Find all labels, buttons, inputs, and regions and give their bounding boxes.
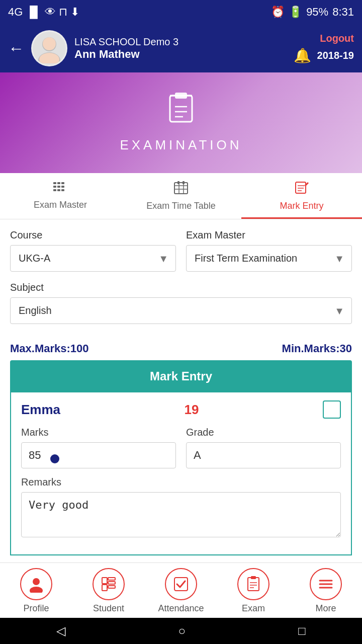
student-number: 19	[185, 402, 199, 418]
signal-icon: ▐▌	[26, 6, 41, 19]
status-left: 4G ▐▌ 👁 ⊓ ⬇	[8, 6, 79, 19]
max-marks: Max.Marks:100	[10, 342, 89, 355]
mark-entry-header: Mark Entry	[10, 360, 352, 392]
svg-rect-13	[53, 186, 56, 188]
user-name: Ann Mathew	[74, 48, 178, 61]
svg-rect-33	[102, 578, 107, 584]
carrier-icon: 4G	[8, 6, 23, 19]
exam-master-value: First Term Examination	[187, 246, 351, 271]
exam-circle	[237, 568, 269, 600]
logout-button[interactable]: Logout	[320, 33, 354, 44]
nav-exam[interactable]: Exam	[217, 568, 290, 614]
header-info: LISA SCHOOL Demo 3 Ann Mathew	[74, 36, 178, 61]
android-home[interactable]: ○	[178, 624, 186, 638]
profile-circle	[20, 568, 52, 600]
nav-exam-label: Exam	[242, 603, 265, 614]
banner-title: EXAMINATION	[120, 137, 242, 153]
battery-icon: 🔋	[289, 6, 302, 19]
subject-select[interactable]: English ▼	[10, 297, 352, 324]
nav-more-label: More	[315, 603, 336, 614]
clock: 8:31	[332, 6, 354, 19]
svg-rect-18	[61, 189, 64, 191]
exam-timetable-icon	[174, 181, 188, 198]
svg-point-32	[30, 587, 43, 593]
nav-more[interactable]: More	[290, 568, 362, 614]
nav-student-label: Student	[93, 603, 124, 614]
battery-level: 95%	[306, 6, 328, 19]
remarks-label: Remarks	[21, 476, 341, 488]
student-name: Emma	[21, 402, 60, 418]
nav-attendance[interactable]: Attendance	[145, 568, 217, 614]
course-select[interactable]: UKG-A ▼	[10, 245, 176, 272]
attendance-circle	[165, 568, 197, 600]
header: ← LISA SCHOOL Demo 3 Ann Mathew Logout 🔔…	[0, 24, 362, 72]
svg-rect-36	[108, 582, 115, 584]
exam-master-select[interactable]: First Term Examination ▼	[186, 245, 352, 272]
remarks-input[interactable]: Very good	[21, 492, 341, 537]
nav-profile-label: Profile	[23, 603, 49, 614]
course-group: Course UKG-A ▼	[10, 229, 176, 272]
svg-point-31	[33, 578, 40, 585]
alarm-icon: ⏰	[271, 6, 285, 19]
mark-entry-icon	[295, 181, 309, 198]
svg-rect-25	[183, 181, 185, 184]
subject-group: Subject English ▼	[10, 282, 352, 324]
svg-rect-6	[175, 93, 187, 99]
nav-profile[interactable]: Profile	[0, 568, 72, 614]
course-exam-row: Course UKG-A ▼ Exam Master First Term Ex…	[10, 229, 352, 272]
back-button[interactable]: ←	[8, 40, 24, 56]
nav-attendance-label: Attendance	[158, 603, 204, 614]
marks-label: Marks	[21, 427, 176, 438]
status-right: ⏰ 🔋 95% 8:31	[271, 6, 354, 19]
header-left: ← LISA SCHOOL Demo 3 Ann Mathew	[8, 30, 178, 66]
svg-rect-19	[174, 183, 188, 194]
nav-student[interactable]: Student	[72, 568, 145, 614]
marks-group: Marks	[21, 427, 176, 468]
svg-rect-37	[108, 586, 115, 588]
svg-rect-4	[170, 96, 192, 122]
grade-label: Grade	[186, 427, 341, 438]
svg-rect-34	[108, 578, 115, 580]
student-circle	[93, 568, 125, 600]
examination-icon	[165, 93, 197, 132]
school-name: LISA SCHOOL Demo 3	[74, 36, 178, 48]
marks-input[interactable]	[21, 442, 176, 468]
bell-year: 🔔 2018-19	[294, 47, 354, 64]
tab-exam-master-label: Exam Master	[34, 200, 87, 210]
svg-rect-26	[296, 182, 306, 193]
exam-master-group: Exam Master First Term Examination ▼	[186, 229, 352, 272]
android-nav: ◁ ○ □	[0, 618, 362, 644]
tab-exam-timetable[interactable]: Exam Time Table	[121, 173, 241, 219]
grade-input[interactable]	[186, 442, 341, 468]
nfc-icon: ⊓	[59, 6, 67, 19]
status-bar: 4G ▐▌ 👁 ⊓ ⬇ ⏰ 🔋 95% 8:31	[0, 0, 362, 24]
tab-mark-entry[interactable]: Mark Entry	[241, 173, 362, 219]
banner: EXAMINATION	[0, 72, 362, 173]
tab-exam-timetable-label: Exam Time Table	[146, 201, 216, 211]
content: Course UKG-A ▼ Exam Master First Term Ex…	[0, 219, 362, 566]
grade-group: Grade	[186, 427, 341, 468]
bell-icon[interactable]: 🔔	[294, 47, 311, 64]
svg-rect-12	[61, 182, 64, 184]
svg-rect-15	[61, 186, 64, 188]
eye-icon: 👁	[45, 6, 56, 19]
svg-line-30	[304, 185, 305, 186]
exam-master-label: Exam Master	[186, 229, 352, 241]
svg-rect-10	[53, 182, 56, 184]
android-recent[interactable]: □	[298, 624, 306, 638]
tab-exam-master[interactable]: Exam Master	[0, 173, 121, 219]
remarks-group: Remarks Very good	[21, 476, 341, 539]
student-header-row: Emma 19	[21, 400, 341, 419]
avatar	[31, 30, 67, 66]
android-back[interactable]: ◁	[56, 624, 65, 638]
header-right: Logout 🔔 2018-19	[294, 33, 354, 64]
student-checkbox[interactable]	[323, 400, 341, 419]
student-card: Emma 19 Marks Grade Remarks Very good	[10, 392, 352, 555]
download-icon: ⬇	[70, 6, 79, 19]
svg-rect-16	[53, 189, 56, 191]
year-label: 2018-19	[317, 50, 354, 61]
exam-master-icon	[53, 181, 67, 197]
marks-info: Max.Marks:100 Min.Marks:30	[10, 334, 352, 360]
svg-rect-14	[57, 186, 60, 188]
svg-rect-24	[177, 181, 179, 184]
